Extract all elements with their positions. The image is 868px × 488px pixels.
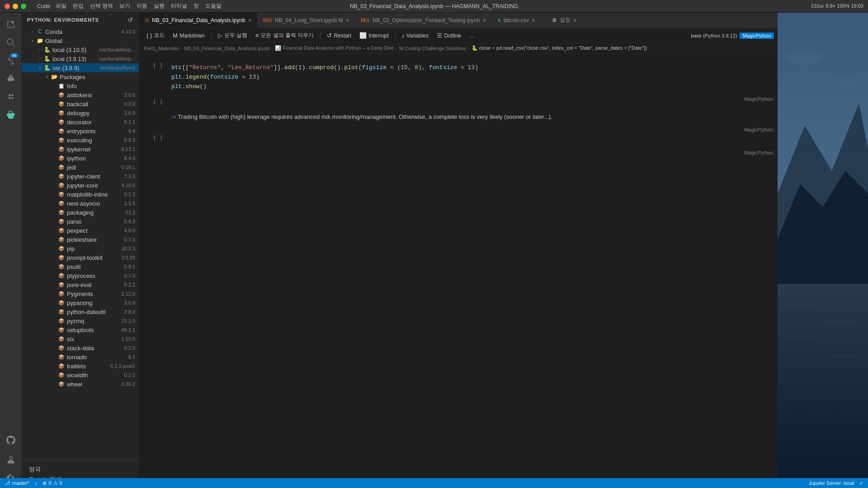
activity-user[interactable]: [3, 452, 19, 468]
activity-python[interactable]: [3, 107, 19, 123]
status-errors[interactable]: ⊗ 0 ⚠ 0: [42, 480, 62, 486]
activity-search[interactable]: [3, 34, 19, 51]
pkg-ipykernel[interactable]: 📦 ipykernel 6.13.1: [22, 145, 139, 154]
pkg-pexpect[interactable]: 📦 pexpect 4.8.0: [22, 226, 139, 235]
breadcrumb-current[interactable]: 🐍 close = pd.read_csv("close.csv", index…: [472, 45, 647, 51]
git-branch[interactable]: ⎇ master*: [5, 480, 29, 486]
tab-nb03[interactable]: ⊙ NB_03_Financial_Data_Analysis.ipynb ×: [139, 13, 258, 28]
breadcrumb-nb03[interactable]: NB_03_Financial_Data_Analysis.ipynb: [184, 46, 270, 51]
menu-terminal[interactable]: 터미널: [171, 2, 187, 10]
status-sync-icon[interactable]: ↕: [35, 480, 38, 486]
toolbar-clear-all-btn[interactable]: ≡ 모든 셀의 출력 지우기: [252, 30, 318, 41]
pkg-debugpy[interactable]: 📦 debugpy 1.6.0: [22, 108, 139, 117]
tab-nb02-close[interactable]: ×: [482, 17, 486, 24]
cell-3-code[interactable]: [166, 132, 778, 148]
tab-csv-close[interactable]: ×: [532, 17, 535, 24]
pkg-pickleshare[interactable]: 📦 pickleshare 0.7.5: [22, 235, 139, 244]
close-button[interactable]: [5, 4, 10, 9]
activity-github[interactable]: [3, 432, 19, 448]
pkg-parso[interactable]: 📦 parso 0.8.3: [22, 217, 139, 226]
activity-debug[interactable]: [3, 70, 19, 87]
tab-nb04[interactable]: M⊙ NB_04_Long_Short.ipynb M ×: [258, 13, 355, 28]
minimize-button[interactable]: [13, 4, 18, 9]
toolbar-outline-btn[interactable]: ☰ Outline: [433, 31, 465, 40]
menu-window[interactable]: 창: [193, 2, 199, 10]
pkg-ptyprocess[interactable]: 📦 ptyprocess 0.7.0: [22, 271, 139, 280]
pkg-pip[interactable]: 📦 pip 20.2.3: [22, 244, 139, 253]
tab-nb04-close[interactable]: ×: [346, 17, 349, 24]
svg-point-9: [832, 75, 859, 86]
cell-3-body[interactable]: MagicPython: [166, 132, 778, 148]
pkg-psutil[interactable]: 📦 psutil 5.9.1: [22, 262, 139, 271]
env-usr-389[interactable]: ∨ 🐍 usr (3.8.9) /usr/bin/python3: [22, 63, 139, 72]
pkg-nest-asyncio[interactable]: 📦 nest-asyncio 1.5.5: [22, 199, 139, 208]
pkg-icon-2: 📦: [58, 100, 65, 108]
title-bar-left: Code 파일 편집 선택 영역 보기 이동 실행 터미널 창 도움말: [5, 2, 222, 10]
pkg-backcall[interactable]: 📦 backcall 0.2.0: [22, 99, 139, 108]
cell-1-body[interactable]: btc[["Returns", "Lev_Returns"]].add(1).c…: [166, 60, 778, 94]
pkg-six[interactable]: 📦 six 1.15.0: [22, 334, 139, 343]
env-global[interactable]: ∨ 📁 Global: [22, 36, 139, 45]
activity-source-control[interactable]: 96: [3, 52, 19, 69]
pkg-decorator[interactable]: 📦 decorator 5.1.1: [22, 117, 139, 127]
pkg-jupyter-client[interactable]: 📦 jupyter-client 7.3.3: [22, 172, 139, 181]
pkg-pyparsing[interactable]: 📦 pyparsing 3.0.9: [22, 298, 139, 307]
breadcrumb-financial[interactable]: 📊 Financial Data Analysis with Python – …: [275, 45, 394, 51]
menu-view[interactable]: 보기: [119, 2, 130, 10]
pkg-executing[interactable]: 📦 executing 0.8.3: [22, 136, 139, 145]
menu-run[interactable]: 실행: [154, 2, 165, 10]
toolbar-more-btn[interactable]: ...: [466, 31, 477, 40]
tab-bitcoin-csv[interactable]: ≡ bitcoin.csv ×: [492, 13, 547, 28]
cell-2-body[interactable]: -> Trading Bitcoin with (high) leverage …: [166, 109, 778, 125]
cell-1-code[interactable]: btc[["Returns", "Lev_Returns"]].add(1).c…: [166, 60, 778, 94]
cell-1-output-bracket: [ ]: [153, 99, 163, 105]
toolbar-restart-btn[interactable]: ↺ Restart: [323, 31, 355, 40]
env-local-3913[interactable]: › 🐍 local (3.9.13) /usr/local/bin/p...: [22, 54, 139, 63]
locale-switch[interactable]: 영국: [22, 465, 139, 474]
pkg-asttokens[interactable]: 📦 asttokens 2.0.5: [22, 90, 139, 99]
pkg-pyzmq[interactable]: 📦 pyzmq 23.1.0: [22, 316, 139, 325]
tab-settings[interactable]: ⚙ 설정 ×: [547, 13, 601, 28]
menu-edit[interactable]: 편집: [73, 2, 84, 10]
pkg-traitlets[interactable]: 📦 traitlets 5.2.2.post1: [22, 361, 139, 371]
tab-nb02[interactable]: M⊙ NB_02_Optimization_Forward_Testing.ip…: [355, 13, 492, 28]
tab-nb03-close[interactable]: ×: [248, 17, 252, 24]
pkg-python-dateutil[interactable]: 📦 python-dateutil 2.8.2: [22, 307, 139, 316]
pkg-info[interactable]: 📋 Info: [22, 81, 139, 90]
menu-file[interactable]: 파일: [56, 2, 66, 10]
pkg-wheel[interactable]: 📦 wheel 0.36.2: [22, 380, 139, 389]
pkg-matplotlib-inline[interactable]: 📦 matplotlib-inline 0.1.3: [22, 190, 139, 199]
pkg-prompt-toolkit[interactable]: 📦 prompt-toolkit 3.0.29: [22, 253, 139, 262]
pkg-pygments[interactable]: 📦 Pygments 2.12.0: [22, 289, 139, 298]
activity-explorer[interactable]: [3, 16, 19, 33]
env-conda[interactable]: › C Conda 4.13.0: [22, 27, 139, 36]
toolbar-interrupt-btn[interactable]: ⬜ Interrupt: [356, 31, 392, 40]
breadcrumb-part1[interactable]: Part1_Materials: [144, 46, 179, 51]
pkg-icon-30: 📦: [58, 353, 65, 361]
menu-help[interactable]: 도움말: [205, 2, 222, 10]
tab-settings-close[interactable]: ×: [573, 17, 577, 24]
toolbar-markdown-btn[interactable]: M Markdown: [169, 31, 208, 40]
refresh-icon[interactable]: ↺: [127, 16, 133, 23]
pkg-ipython[interactable]: 📦 ipython 8.4.0: [22, 154, 139, 163]
pkg-tornado[interactable]: 📦 tornado 6.1: [22, 352, 139, 361]
pkg-wcwidth[interactable]: 📦 wcwidth 0.2.5: [22, 371, 139, 380]
pkg-jupyter-core[interactable]: 📦 jupyter-core 4.10.0: [22, 181, 139, 190]
pkg-pure-eval[interactable]: 📦 pure-eval 0.2.2: [22, 280, 139, 289]
menu-selection[interactable]: 선택 영역: [90, 2, 113, 10]
pkg-entrypoints[interactable]: 📦 entrypoints 0.4: [22, 127, 139, 136]
pkg-setuptools[interactable]: 📦 setuptools 49.2.1: [22, 325, 139, 334]
breadcrumb-coding[interactable]: M Coding Challenge Solutions: [399, 46, 466, 51]
menu-go[interactable]: 이동: [137, 2, 147, 10]
pkg-pure-eval-label: pure-eval: [67, 282, 124, 288]
pkg-packaging[interactable]: 📦 packaging 21.3: [22, 208, 139, 217]
pkg-jedi[interactable]: 📦 jedi 0.18.1: [22, 163, 139, 172]
toolbar-variables-btn[interactable]: 𝑥 Variables: [398, 31, 432, 41]
maximize-button[interactable]: [21, 4, 26, 9]
toolbar-code-btn[interactable]: { } 코드: [143, 30, 168, 41]
activity-extensions[interactable]: [3, 89, 19, 105]
packages-folder[interactable]: ∨ 📂 Packages: [22, 72, 139, 81]
toolbar-run-all-btn[interactable]: ▷ 모두 실행: [214, 30, 251, 41]
pkg-stack-data[interactable]: 📦 stack-data 0.2.0: [22, 343, 139, 352]
env-local-3105[interactable]: › 🐍 local (3.10.5) /usr/local/bin/p...: [22, 45, 139, 54]
